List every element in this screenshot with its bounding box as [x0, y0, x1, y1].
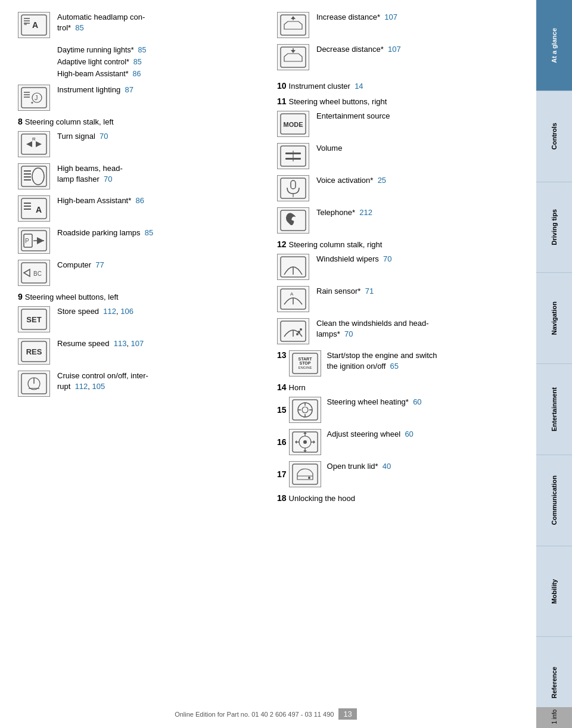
svg-point-22 — [32, 168, 44, 185]
computer-row: BC Computer 77 — [18, 260, 259, 286]
turn-signal-text: Turn signal 70 — [57, 131, 259, 142]
section12-title: Steering column stalk, right — [289, 240, 383, 249]
sidebar-item-controls[interactable]: Controls — [536, 91, 572, 182]
wiper-icon — [277, 254, 309, 280]
telephone-row: Telephone* 212 — [277, 207, 518, 234]
section9-header: 9 Steering wheel buttons, left — [18, 292, 259, 301]
headlamp-sub-items: Daytime running lights* 85 Adaptive ligh… — [57, 44, 259, 80]
trunk-icon — [289, 461, 321, 487]
decrease-distance-icon — [277, 44, 309, 70]
section10-title: Instrument cluster 14 — [289, 82, 363, 91]
high-beams-text: High beams, head-lamp flasher 70 — [57, 163, 259, 185]
entertainment-text: Entertainment source — [316, 111, 518, 122]
adjust-steering-icon — [289, 429, 321, 455]
section18-number: 18 — [277, 493, 287, 503]
volume-text: Volume — [316, 143, 518, 154]
svg-text:≡: ≡ — [24, 21, 27, 27]
svg-text:P: P — [25, 238, 29, 244]
sidebar-item-communication[interactable]: Communication — [536, 455, 572, 546]
sidebar-item-at-a-glance[interactable]: At a glance — [536, 0, 572, 91]
entertainment-row: MODE Entertainment source — [277, 111, 518, 137]
store-speed-text: Store speed 112, 106 — [57, 306, 259, 317]
section8-header: 8 Steering column stalk, left — [18, 117, 259, 126]
svg-point-67 — [296, 333, 299, 335]
section12-header: 12 Steering column stalk, right — [277, 239, 518, 249]
sidebar-label-controls: Controls — [551, 123, 558, 150]
svg-text:START: START — [298, 357, 312, 361]
steering-heat-icon — [289, 397, 321, 423]
voice-activation-row: Voice activation* 25 — [277, 175, 518, 201]
section18-title: Unlocking the hood — [289, 494, 355, 503]
svg-point-68 — [298, 331, 300, 333]
telephone-text: Telephone* 212 — [316, 207, 518, 218]
page-footer: Online Edition for Part no. 01 40 2 606 … — [0, 708, 536, 720]
headlamp-page: 85 — [75, 23, 83, 32]
sidebar-item-mobility[interactable]: Mobility — [536, 546, 572, 637]
section17-number: 17 — [277, 469, 287, 479]
high-beam-assistant-row: A High-beam Assistant* 86 — [18, 195, 259, 222]
store-speed-row: SET Store speed 112, 106 — [18, 306, 259, 332]
sidebar-label-mobility: Mobility — [551, 579, 558, 604]
roadside-parking-text: Roadside parking lamps 85 — [57, 228, 259, 238]
clean-wiper-icon — [277, 318, 309, 344]
section9-number: 9 — [18, 292, 23, 301]
cruise-control-text: Cruise control on/off, inter-rupt 112, 1… — [57, 371, 259, 392]
svg-marker-16 — [36, 141, 42, 147]
mode-icon: MODE — [277, 111, 309, 137]
section10-header: 10 Instrument cluster 14 — [277, 81, 518, 91]
increase-distance-text: Increase distance* 107 — [316, 12, 518, 23]
wiper-text: Windshield wipers 70 — [316, 254, 518, 265]
increase-distance-row: Increase distance* 107 — [277, 12, 518, 38]
svg-rect-59 — [281, 210, 306, 231]
svg-marker-46 — [291, 16, 296, 19]
decrease-distance-text: Decrease distance* 107 — [316, 44, 518, 55]
svg-rect-57 — [291, 181, 296, 189]
sidebar-label-navigation: Navigation — [551, 301, 558, 335]
page-number: 13 — [338, 708, 356, 720]
section17-text: Open trunk lid* 40 — [327, 461, 518, 472]
turn-signal-row: R Turn signal 70 — [18, 131, 259, 157]
col-right: Increase distance* 107 Decrease distance… — [271, 12, 518, 508]
clean-wiper-text: Clean the windshields and head-lamps* 70 — [316, 318, 518, 340]
sidebar-item-navigation[interactable]: Navigation — [536, 273, 572, 364]
headlamp-label: Automatic headlamp con-trol* 85 — [57, 13, 145, 32]
svg-text:SET: SET — [26, 315, 41, 324]
volume-row: Volume — [277, 143, 518, 169]
section8-title: Steering column stalk, left — [25, 117, 114, 126]
sidebar-item-entertainment[interactable]: Entertainment — [536, 364, 572, 455]
svg-marker-89 — [295, 440, 297, 444]
section8-number: 8 — [18, 117, 23, 126]
voice-activation-text: Voice activation* 25 — [316, 175, 518, 186]
wiper-row: Windshield wipers 70 — [277, 254, 518, 280]
rain-sensor-row: A Rain sensor* 71 — [277, 286, 518, 312]
sidebar-item-driving-tips[interactable]: Driving tips — [536, 182, 572, 273]
res-icon: RES — [18, 338, 50, 365]
svg-marker-91 — [313, 440, 315, 444]
svg-marker-49 — [291, 50, 296, 53]
svg-point-76 — [302, 407, 308, 413]
cruise-control-row: Cruise control on/off, inter-rupt 112, 1… — [18, 371, 259, 397]
headlamp-text: Automatic headlamp con-trol* 85 — [57, 12, 259, 33]
headlamp-control-icon: ≡ A — [18, 12, 50, 38]
section16-row: 16 — [277, 429, 518, 455]
svg-text:J: J — [35, 94, 38, 101]
instrument-lighting-icon: J ✦ — [18, 85, 50, 111]
svg-text:A: A — [290, 291, 294, 297]
high-beams-icon — [18, 163, 50, 189]
roadside-parking-icon: P — [18, 228, 50, 254]
svg-point-94 — [308, 477, 310, 479]
section16-text: Adjust steering wheel 60 — [327, 429, 518, 440]
info-badge-text: 1 info — [551, 710, 558, 724]
svg-marker-15 — [26, 141, 32, 147]
section14-header: 14 Horn — [277, 382, 518, 392]
voice-icon — [277, 175, 309, 201]
section9-title: Steering wheel buttons, left — [25, 293, 119, 301]
svg-text:R: R — [32, 136, 36, 142]
computer-text: Computer 77 — [57, 260, 259, 270]
section18-header: 18 Unlocking the hood — [277, 493, 518, 503]
main-content: ≡ A Automatic headlamp con-trol* 85 Dayt… — [0, 0, 536, 728]
section11-number: 11 — [277, 97, 287, 106]
section11-header: 11 Steering wheel buttons, right — [277, 97, 518, 106]
daytime-item: Daytime running lights* 85 — [57, 44, 259, 56]
section17-row: 17 Open trunk lid* 40 — [277, 461, 518, 487]
